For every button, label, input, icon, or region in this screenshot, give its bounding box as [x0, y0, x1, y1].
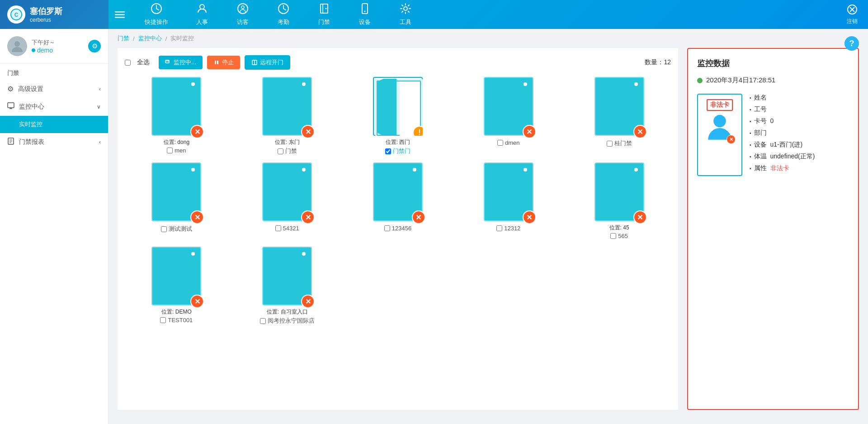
report-icon: [7, 138, 14, 147]
chevron-icon: ‹: [99, 86, 101, 92]
help-button[interactable]: ?: [844, 36, 859, 51]
sidebar-item-monitor[interactable]: 监控中心 ∨: [0, 98, 108, 116]
error-status-icon: ✕: [412, 210, 425, 224]
device-location-1: 位置: dong: [164, 138, 189, 146]
device-card-9: ✕ 12312: [457, 162, 560, 239]
monitor-panel: 全选 监控中... 停止: [118, 48, 678, 410]
device-checkbox-7[interactable]: [275, 225, 281, 231]
panel-body: 非法卡 ✕ • 姓名 •: [697, 94, 849, 176]
error-status-icon: ✕: [523, 210, 536, 224]
menu-toggle-button[interactable]: [108, 0, 131, 29]
device-checkbox-6[interactable]: [161, 226, 167, 232]
sidebar-item-advanced[interactable]: ⚙ 高级设置 ‹: [0, 80, 108, 98]
error-status-icon: ✕: [301, 210, 315, 224]
svg-point-8: [241, 6, 244, 9]
device-icon-9[interactable]: ✕: [484, 162, 533, 221]
nav-item-tools[interactable]: 工具: [385, 0, 426, 29]
breadcrumb-door[interactable]: 门禁: [118, 34, 129, 43]
error-status-icon: ✕: [523, 125, 536, 138]
door-nav-icon: [318, 3, 330, 17]
nav-items: 快捷操作 人事 访客: [131, 0, 836, 29]
panel-info: • 姓名 • 工号 • 卡号 0 • 部门: [750, 94, 849, 176]
device-count: 数量：12: [645, 58, 671, 67]
svg-rect-29: [168, 61, 169, 62]
settings-gear-button[interactable]: ⚙: [88, 40, 101, 52]
device-icon-6[interactable]: ✕: [151, 162, 201, 221]
svg-point-14: [364, 11, 366, 12]
device-checkbox-2[interactable]: [278, 148, 283, 154]
main-content: 门禁 / 监控中心 / 实时监控 全选 监控中...: [108, 29, 868, 424]
nav-item-hr[interactable]: 人事: [182, 0, 222, 29]
user-info: 下午好～ demo: [32, 38, 55, 54]
device-icon-2[interactable]: ✕: [262, 77, 312, 136]
panel-title: 监控数据: [697, 58, 849, 69]
device-checkbox-5[interactable]: [607, 141, 613, 147]
time-status-dot: [697, 78, 703, 83]
error-status-icon: ✕: [190, 210, 204, 224]
device-icon-1[interactable]: ✕: [151, 77, 201, 136]
info-name: • 姓名: [750, 94, 849, 102]
device-checkbox-4[interactable]: [497, 140, 503, 146]
breadcrumb-monitor[interactable]: 监控中心: [138, 34, 162, 43]
device-checkbox-8[interactable]: [384, 225, 390, 231]
svg-point-11: [326, 8, 327, 10]
stop-button[interactable]: 停止: [207, 56, 240, 69]
device-card-5: ✕ 桂门禁: [567, 77, 671, 155]
nav-item-device[interactable]: 设备: [344, 0, 385, 29]
device-checkbox-12[interactable]: [260, 318, 266, 324]
sidebar-section: 门禁: [0, 64, 108, 80]
logo-text: 塞伯罗斯 cerberus: [30, 6, 62, 23]
device-checkbox-1[interactable]: [167, 148, 173, 153]
monitoring-button[interactable]: 监控中...: [159, 56, 203, 69]
device-icon-5[interactable]: ✕: [594, 77, 644, 136]
device-name-8: 123456: [392, 225, 411, 232]
sidebar-item-realtime[interactable]: 实时监控: [0, 116, 108, 133]
info-attr: • 属性 非法卡: [750, 164, 849, 172]
tools-icon: [400, 3, 411, 17]
device-checkbox-10[interactable]: [610, 233, 616, 239]
device-name-10: 565: [618, 233, 628, 239]
breadcrumb-sep1: /: [133, 35, 135, 42]
device-icon-7[interactable]: ✕: [262, 162, 312, 221]
error-status-icon: ✕: [301, 295, 315, 308]
error-status-icon: ✕: [190, 295, 204, 308]
device-icon-10[interactable]: ✕: [594, 162, 644, 221]
device-name-2: 门禁: [285, 147, 297, 155]
device-icon-12[interactable]: ✕: [262, 247, 312, 305]
device-checkbox-9[interactable]: [496, 225, 502, 231]
device-card-8: ✕ 123456: [346, 162, 450, 239]
user-profile: 下午好～ demo ⚙: [0, 29, 108, 64]
toolbar: 全选 监控中... 停止: [125, 55, 671, 70]
nav-item-attendance[interactable]: 考勤: [263, 0, 304, 29]
device-name-9: 12312: [504, 225, 520, 232]
device-checkbox-11[interactable]: [160, 317, 166, 323]
error-status-icon: ✕: [190, 125, 204, 138]
device-grid: ✕ 位置: dong men ✕: [125, 77, 671, 325]
nav-item-visitor[interactable]: 访客: [222, 0, 263, 29]
svg-point-15: [404, 7, 407, 10]
person-avatar-icon: ✕: [706, 114, 733, 142]
svg-point-6: [200, 5, 204, 9]
logout-button[interactable]: 注销: [836, 0, 868, 29]
device-card-12: ✕ 位置: 自习室入口 阅考控永宁国际店: [236, 247, 339, 325]
nav-item-quick[interactable]: 快捷操作: [131, 0, 182, 29]
select-all-checkbox[interactable]: [125, 60, 131, 66]
device-icon-11[interactable]: ✕: [151, 247, 201, 305]
device-location-10: 位置: 45: [609, 224, 629, 232]
device-icon-8[interactable]: ✕: [373, 162, 423, 221]
sidebar-item-report[interactable]: 门禁报表 ‹: [0, 133, 108, 151]
svg-rect-13: [362, 4, 368, 14]
device-icon-3[interactable]: !: [373, 77, 423, 136]
device-location-3: 位置: 西门: [386, 138, 410, 146]
device-name-1: men: [175, 147, 186, 154]
visitor-icon: [237, 3, 249, 17]
device-icon-4[interactable]: ✕: [484, 77, 533, 136]
panel-avatar: 非法卡 ✕: [697, 94, 742, 176]
svg-rect-3: [115, 14, 125, 15]
device-checkbox-3[interactable]: [385, 148, 391, 154]
remote-open-button[interactable]: 远程开门: [245, 55, 290, 70]
nav-item-door[interactable]: 门禁: [304, 0, 344, 29]
hr-icon: [196, 3, 208, 17]
svg-rect-10: [321, 4, 328, 13]
info-card-no: • 卡号 0: [750, 117, 849, 125]
